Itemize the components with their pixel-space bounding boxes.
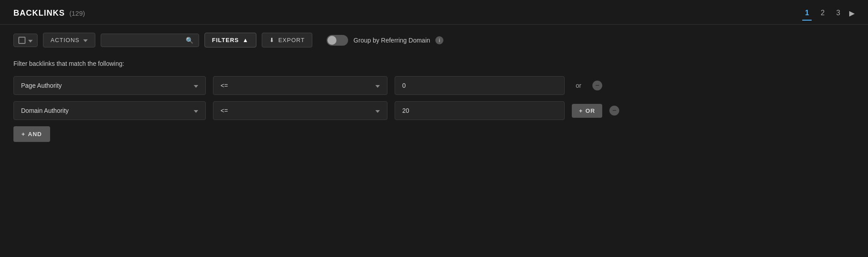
filter-field-select-2[interactable]: Domain Authority [13,101,206,120]
or-connector-label: or [572,82,585,89]
operator-chevron-icon-2 [375,107,380,114]
export-label: EXPORT [278,37,305,43]
filter-operator-label-2: <= [221,107,228,114]
page-1-button[interactable]: 1 [802,8,812,18]
and-button[interactable]: + AND [13,126,50,142]
remove-filter-2-button[interactable]: − [609,106,619,116]
backlink-count: (129) [69,9,85,17]
title-section: BACKLINKS (129) [13,9,85,18]
actions-label: ACTIONS [51,37,80,43]
toolbar: ACTIONS 🔍 FILTERS ▲ ⬇ EXPORT Group by Re… [0,25,868,56]
checkbox[interactable] [18,37,26,44]
filter-row-1: Page Authority <= or − [13,76,855,95]
toggle-group: Group by Referring Domain i [327,35,443,46]
search-input-wrap[interactable]: 🔍 [101,34,199,47]
filter-operator-label-1: <= [221,82,228,89]
and-button-label: AND [28,131,42,137]
or-plus-icon: + [579,107,583,114]
export-button[interactable]: ⬇ EXPORT [262,33,312,47]
filters-chevron-icon: ▲ [243,37,249,43]
filter-field-label-2: Domain Authority [21,107,69,114]
search-input[interactable] [106,37,182,44]
page-title: BACKLINKS [13,9,65,18]
and-plus-icon: + [21,131,26,137]
top-bar: BACKLINKS (129) 1 2 3 ▶ [0,0,868,25]
pagination: 1 2 3 ▶ [802,8,855,18]
chevron-down-icon [28,37,33,44]
toggle-label: Group by Referring Domain [353,37,430,44]
filter-value-input-1[interactable] [395,76,565,95]
group-by-domain-toggle[interactable] [327,35,348,46]
field-chevron-icon-1 [194,82,198,89]
actions-chevron-icon [83,37,88,43]
filter-operator-select-2[interactable]: <= [213,101,387,120]
or-button-label: OR [586,107,596,114]
operator-chevron-icon-1 [375,82,380,89]
checkbox-dropdown[interactable] [13,34,38,47]
filters-label: FILTERS [212,37,239,43]
field-chevron-icon-2 [194,107,198,114]
pagination-next-arrow[interactable]: ▶ [849,9,855,17]
filter-description: Filter backlinks that match the followin… [13,60,855,67]
filter-row-2: Domain Authority <= + OR − [13,101,855,120]
filter-value-input-2[interactable] [395,101,565,120]
actions-button[interactable]: ACTIONS [43,33,95,47]
filter-field-select-1[interactable]: Page Authority [13,76,206,95]
filter-field-label-1: Page Authority [21,82,62,89]
page-2-button[interactable]: 2 [818,8,827,18]
page-3-button[interactable]: 3 [834,8,843,18]
export-download-icon: ⬇ [269,37,275,43]
or-button[interactable]: + OR [572,104,602,118]
filter-section: Filter backlinks that match the followin… [0,56,868,155]
filter-operator-select-1[interactable]: <= [213,76,387,95]
filters-button[interactable]: FILTERS ▲ [204,33,256,47]
info-icon[interactable]: i [435,36,443,44]
search-icon: 🔍 [186,37,193,44]
remove-filter-1-button[interactable]: − [592,81,602,90]
